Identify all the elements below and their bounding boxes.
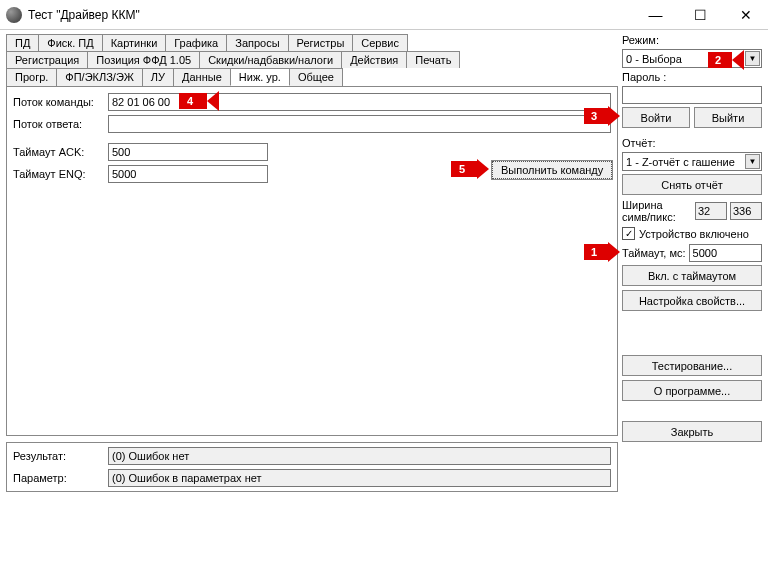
tab-pictures[interactable]: Картинки: [102, 34, 167, 51]
report-select[interactable]: 1 - Z-отчёт с гашение ▼: [622, 152, 762, 171]
login-button[interactable]: Войти: [622, 107, 690, 128]
tabs-row-3: Прогр. ФП/ЭКЛЗ/ЭЖ ЛУ Данные Ниж. ур. Общ…: [6, 68, 618, 86]
tabs-row-1: ПД Фиск. ПД Картинки Графика Запросы Рег…: [6, 34, 618, 51]
logout-button[interactable]: Выйти: [694, 107, 762, 128]
width-pix-field: [730, 202, 762, 220]
close-button[interactable]: Закрыть: [622, 421, 762, 442]
tab-ffd-position[interactable]: Позиция ФФД 1.05: [87, 51, 200, 68]
report-label: Отчёт:: [622, 137, 762, 149]
tab-actions[interactable]: Действия: [341, 51, 407, 68]
device-on-checkbox[interactable]: ✓: [622, 227, 635, 240]
width-label: Ширина симв/пикс:: [622, 199, 692, 223]
width-sym-field: [695, 202, 727, 220]
param-label: Параметр:: [13, 472, 108, 484]
ack-timeout-input[interactable]: [108, 143, 268, 161]
device-on-row[interactable]: ✓ Устройство включено: [622, 227, 762, 240]
tab-registers[interactable]: Регистры: [288, 34, 354, 51]
tab-lu[interactable]: ЛУ: [142, 68, 174, 86]
tab-requests[interactable]: Запросы: [226, 34, 288, 51]
enq-timeout-label: Таймаут ENQ:: [13, 168, 108, 180]
maximize-button[interactable]: ☐: [678, 0, 723, 30]
resp-stream-label: Поток ответа:: [13, 118, 108, 130]
tab-fisk-pd[interactable]: Фиск. ПД: [38, 34, 102, 51]
report-select-value: 1 - Z-отчёт с гашение: [626, 156, 735, 168]
tab-service[interactable]: Сервис: [352, 34, 408, 51]
tab-lowlevel[interactable]: Ниж. ур.: [230, 68, 290, 86]
execute-command-button[interactable]: Выполнить команду: [492, 161, 612, 179]
app-icon: [6, 7, 22, 23]
tab-pd[interactable]: ПД: [6, 34, 39, 51]
resp-stream-input[interactable]: [108, 115, 611, 133]
take-report-button[interactable]: Снять отчёт: [622, 174, 762, 195]
password-input[interactable]: [622, 86, 762, 104]
enable-timeout-button[interactable]: Вкл. с таймаутом: [622, 265, 762, 286]
device-on-label: Устройство включено: [639, 228, 749, 240]
enq-timeout-input[interactable]: [108, 165, 268, 183]
tab-general[interactable]: Общее: [289, 68, 343, 86]
tab-graphics[interactable]: Графика: [165, 34, 227, 51]
results-panel: Результат: Параметр:: [6, 442, 618, 492]
properties-button[interactable]: Настройка свойств...: [622, 290, 762, 311]
mode-select-value: 0 - Выбора: [626, 53, 682, 65]
tab-fp-eklz[interactable]: ФП/ЭКЛЗ/ЭЖ: [56, 68, 143, 86]
tabs-row-2: Регистрация Позиция ФФД 1.05 Скидки/надб…: [6, 51, 618, 68]
about-button[interactable]: О программе...: [622, 380, 762, 401]
testing-button[interactable]: Тестирование...: [622, 355, 762, 376]
password-label: Пароль :: [622, 71, 762, 83]
ack-timeout-label: Таймаут ACK:: [13, 146, 108, 158]
timeout-label: Таймаут, мс:: [622, 247, 686, 259]
tab-discounts[interactable]: Скидки/надбавки/налоги: [199, 51, 342, 68]
result-field: [108, 447, 611, 465]
param-field: [108, 469, 611, 487]
result-label: Результат:: [13, 450, 108, 462]
mode-label: Режим:: [622, 34, 762, 46]
close-window-button[interactable]: ✕: [723, 0, 768, 30]
mode-select[interactable]: 0 - Выбора ▼: [622, 49, 762, 68]
cmd-stream-input[interactable]: [108, 93, 611, 111]
cmd-stream-label: Поток команды:: [13, 96, 108, 108]
minimize-button[interactable]: —: [633, 0, 678, 30]
chevron-down-icon: ▼: [745, 154, 760, 169]
chevron-down-icon: ▼: [745, 51, 760, 66]
tab-print[interactable]: Печать: [406, 51, 460, 68]
tab-registration[interactable]: Регистрация: [6, 51, 88, 68]
right-panel: Режим: 0 - Выбора ▼ Пароль : Войти Выйти…: [622, 34, 762, 492]
form-panel: Поток команды: Поток ответа: Таймаут ACK…: [6, 86, 618, 436]
tab-data[interactable]: Данные: [173, 68, 231, 86]
timeout-input[interactable]: [689, 244, 762, 262]
titlebar: Тест "Драйвер ККМ" — ☐ ✕: [0, 0, 768, 30]
tab-progr[interactable]: Прогр.: [6, 68, 57, 86]
window-title: Тест "Драйвер ККМ": [28, 8, 633, 22]
